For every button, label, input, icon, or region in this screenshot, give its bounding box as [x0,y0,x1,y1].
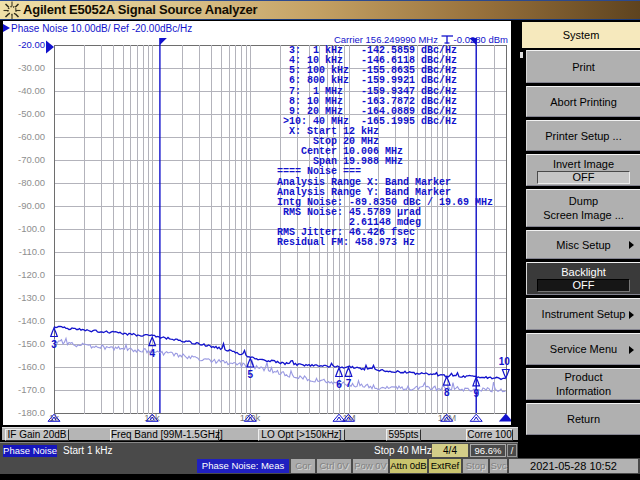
svg-text:10: 10 [499,356,511,367]
svg-text:9: 9 [473,388,479,399]
svg-text:5: 5 [248,369,254,380]
svg-text:7: 7 [346,378,352,389]
svg-text:6: 6 [336,379,342,390]
svg-text:8: 8 [444,387,450,398]
svg-text:3: 3 [51,339,57,350]
svg-text:4: 4 [149,348,155,359]
